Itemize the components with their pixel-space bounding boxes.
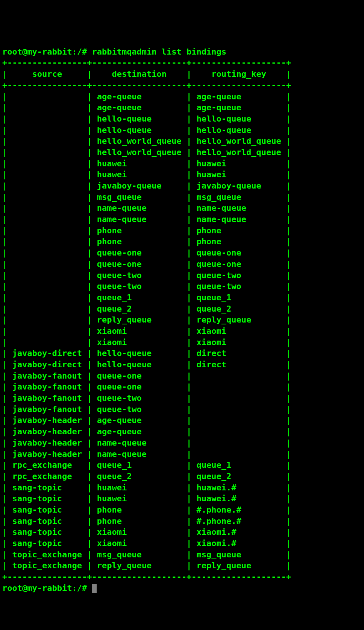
cursor[interactable] [92, 584, 97, 593]
terminal-output: root@my-rabbit:/# rabbitmqadmin list bin… [2, 46, 362, 594]
